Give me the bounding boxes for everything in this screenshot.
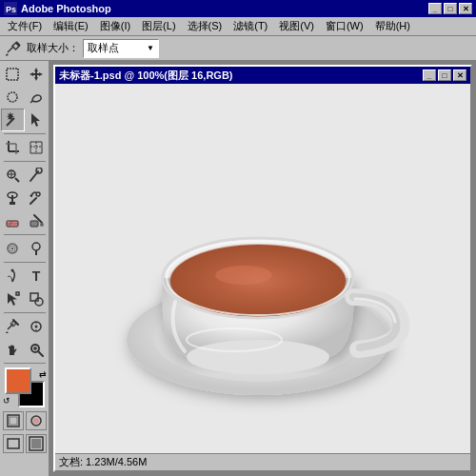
doc-canvas[interactable]	[55, 84, 470, 453]
quick-mask-mode-button[interactable]	[26, 411, 47, 430]
slice-tool[interactable]	[25, 136, 49, 159]
dodge-tool[interactable]	[25, 237, 49, 260]
svg-point-8	[8, 92, 17, 102]
svg-line-23	[15, 178, 19, 182]
svg-line-31	[30, 198, 36, 204]
svg-point-41	[32, 243, 40, 250]
tool-divider-2	[4, 161, 46, 162]
sample-size-dropdown[interactable]: 取样点 ▼	[83, 39, 159, 58]
svg-rect-6	[7, 69, 18, 80]
menu-layer[interactable]: 图层(L)	[136, 17, 181, 35]
menu-edit[interactable]: 编辑(E)	[48, 17, 94, 35]
menu-bar: 文件(F) 编辑(E) 图像(I) 图层(L) 选择(S) 滤镜(T) 视图(V…	[0, 17, 476, 36]
marquee-tool[interactable]	[1, 63, 25, 86]
eraser-tool[interactable]	[1, 209, 25, 232]
options-bar: 取样大小： 取样点 ▼	[0, 36, 476, 61]
app-icon: Ps	[4, 2, 17, 15]
svg-rect-45	[16, 292, 19, 295]
blur-tool[interactable]	[1, 237, 25, 260]
crop-lasso-tool[interactable]	[25, 86, 49, 109]
brush-tool[interactable]	[25, 164, 49, 187]
cup-image	[110, 111, 415, 426]
clone-stamp-tool[interactable]	[1, 187, 25, 209]
tool-divider-6	[4, 363, 46, 364]
sample-size-label: 取样大小：	[27, 41, 79, 55]
svg-marker-5	[6, 53, 9, 56]
tool-divider-1	[4, 133, 46, 134]
menu-window[interactable]: 窗口(W)	[320, 17, 369, 35]
path-selection-tool[interactable]	[1, 288, 25, 310]
doc-title-buttons: _ □ ✕	[423, 69, 466, 81]
menu-file[interactable]: 文件(F)	[2, 17, 48, 35]
doc-title: 未标器-1.psd @ 100%(图层 16,RGB)	[59, 69, 423, 83]
svg-point-71	[187, 340, 329, 374]
tool-divider-3	[4, 234, 46, 235]
eyedropper-tool-icon	[4, 39, 23, 58]
toolbar: T	[0, 61, 50, 476]
full-screen-button[interactable]	[26, 434, 47, 453]
reset-colors-icon[interactable]: ↺	[3, 396, 10, 406]
svg-rect-46	[30, 293, 38, 301]
svg-rect-35	[30, 221, 38, 227]
tool-divider-5	[4, 312, 46, 313]
magic-wand-tool[interactable]	[1, 109, 25, 131]
canvas-area: 未标器-1.psd @ 100%(图层 16,RGB) _ □ ✕	[50, 61, 476, 476]
healing-brush-tool[interactable]	[1, 164, 25, 187]
eyedropper-tool-btn[interactable]	[1, 315, 25, 338]
foreground-color-box[interactable]	[5, 367, 31, 394]
svg-rect-64	[8, 439, 19, 448]
svg-line-57	[38, 351, 43, 356]
document-window: 未标器-1.psd @ 100%(图层 16,RGB) _ □ ✕	[53, 65, 472, 472]
lasso-tool[interactable]	[1, 86, 25, 109]
minimize-button[interactable]: _	[428, 3, 442, 14]
maximize-button[interactable]: □	[444, 3, 457, 14]
svg-point-37	[40, 223, 44, 227]
selection-tool[interactable]	[25, 109, 49, 131]
history-brush-tool[interactable]	[25, 187, 49, 209]
svg-point-47	[35, 298, 43, 306]
menu-help[interactable]: 帮助(H)	[369, 17, 416, 35]
doc-close-button[interactable]: ✕	[453, 69, 466, 81]
hand-tool[interactable]	[1, 338, 25, 361]
doc-status-bar: 文档: 1.23M/4.56M	[55, 453, 470, 470]
menu-select[interactable]: 选择(S)	[182, 17, 228, 35]
main-area: T	[0, 61, 476, 476]
measure-tool[interactable]	[25, 315, 49, 338]
svg-line-50	[8, 324, 13, 329]
normal-mode-button[interactable]	[3, 411, 24, 430]
svg-point-73	[215, 266, 272, 285]
menu-view[interactable]: 视图(V)	[273, 17, 320, 35]
svg-point-63	[33, 418, 39, 424]
color-selector: ↺ ⇄	[1, 367, 49, 407]
svg-point-55	[35, 326, 38, 328]
doc-title-bar: 未标器-1.psd @ 100%(图层 16,RGB) _ □ ✕	[55, 67, 470, 84]
menu-image[interactable]: 图像(I)	[94, 17, 136, 35]
standard-screen-button[interactable]	[3, 434, 24, 453]
close-button[interactable]: ✕	[459, 3, 472, 14]
pen-tool[interactable]	[1, 265, 25, 288]
svg-point-40	[11, 248, 13, 249]
svg-marker-12	[31, 113, 40, 127]
paint-bucket-tool[interactable]	[25, 209, 49, 232]
svg-point-43	[11, 269, 14, 272]
svg-rect-66	[31, 439, 41, 448]
shape-tool[interactable]	[25, 288, 49, 310]
zoom-tool[interactable]	[25, 338, 49, 361]
crop-tool[interactable]	[1, 136, 25, 159]
doc-status-text: 文档: 1.23M/4.56M	[59, 455, 147, 469]
type-tool[interactable]: T	[25, 265, 49, 288]
svg-marker-7	[30, 68, 43, 81]
svg-point-30	[36, 192, 40, 196]
svg-line-9	[30, 101, 32, 103]
doc-minimize-button[interactable]: _	[423, 69, 436, 81]
quick-mask-buttons	[3, 411, 47, 430]
menu-filter[interactable]: 滤镜(T)	[228, 17, 273, 35]
screen-mode-buttons	[3, 434, 47, 453]
swap-colors-icon[interactable]: ⇄	[39, 369, 47, 379]
app-title: Adobe Photoshop	[21, 3, 428, 14]
svg-text:Ps: Ps	[6, 5, 16, 14]
move-tool[interactable]	[25, 63, 49, 86]
svg-marker-51	[6, 331, 9, 333]
doc-maximize-button[interactable]: □	[438, 69, 451, 81]
title-bar-buttons: _ □ ✕	[428, 3, 472, 14]
